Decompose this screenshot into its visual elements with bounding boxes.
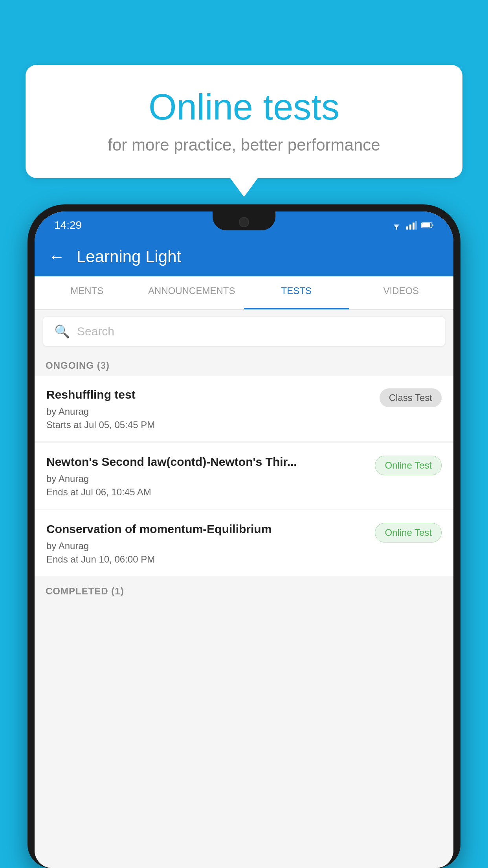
- svg-rect-4: [415, 221, 417, 230]
- tab-tests[interactable]: TESTS: [244, 276, 349, 309]
- test-author-reshuffling: by Anurag: [46, 406, 372, 417]
- app-bar: ← Learning Light: [35, 237, 453, 276]
- svg-rect-1: [406, 226, 408, 230]
- test-author-newtons: by Anurag: [46, 473, 367, 484]
- camera: [239, 217, 249, 227]
- svg-rect-2: [409, 224, 411, 230]
- tab-ments[interactable]: MENTS: [35, 276, 139, 309]
- back-button[interactable]: ←: [48, 247, 65, 266]
- content-area: 🔍 Search ONGOING (3) Reshuffling test by…: [35, 310, 453, 868]
- svg-rect-3: [413, 223, 415, 230]
- test-info-reshuffling: Reshuffling test by Anurag Starts at Jul…: [46, 387, 372, 430]
- search-input[interactable]: Search: [77, 325, 114, 338]
- test-date-newtons: Ends at Jul 06, 10:45 AM: [46, 487, 367, 498]
- signal-icon: [406, 221, 417, 230]
- test-date-reshuffling: Starts at Jul 05, 05:45 PM: [46, 419, 372, 430]
- test-item-conservation[interactable]: Conservation of momentum-Equilibrium by …: [35, 510, 453, 576]
- phone-frame: 14:29: [28, 204, 460, 868]
- battery-icon: [421, 222, 434, 229]
- test-name-conservation: Conservation of momentum-Equilibrium: [46, 521, 367, 537]
- tab-bar: MENTS ANNOUNCEMENTS TESTS VIDEOS: [35, 276, 453, 310]
- search-bar[interactable]: 🔍 Search: [43, 317, 445, 346]
- wifi-icon: [391, 221, 402, 230]
- bubble-subtitle: for more practice, better performance: [49, 136, 439, 154]
- phone-notch: [213, 211, 275, 230]
- test-item-newtons[interactable]: Newton's Second law(contd)-Newton's Thir…: [35, 443, 453, 509]
- bubble-title: Online tests: [49, 86, 439, 128]
- tab-announcements[interactable]: ANNOUNCEMENTS: [139, 276, 244, 309]
- section-completed-header: COMPLETED (1): [35, 579, 453, 601]
- test-info-conservation: Conservation of momentum-Equilibrium by …: [46, 521, 367, 565]
- badge-reshuffling: Class Test: [380, 388, 442, 407]
- phone-screen: 14:29: [35, 211, 453, 868]
- status-time: 14:29: [54, 219, 82, 232]
- test-name-newtons: Newton's Second law(contd)-Newton's Thir…: [46, 454, 367, 469]
- search-icon: 🔍: [54, 324, 70, 339]
- svg-rect-6: [422, 223, 430, 227]
- tab-videos[interactable]: VIDEOS: [349, 276, 454, 309]
- status-icons: [391, 221, 434, 230]
- test-author-conservation: by Anurag: [46, 541, 367, 552]
- test-date-conservation: Ends at Jun 10, 06:00 PM: [46, 554, 367, 565]
- test-info-newtons: Newton's Second law(contd)-Newton's Thir…: [46, 454, 367, 498]
- test-name-reshuffling: Reshuffling test: [46, 387, 372, 402]
- svg-point-0: [396, 228, 397, 230]
- badge-newtons: Online Test: [375, 456, 442, 475]
- speech-bubble: Online tests for more practice, better p…: [26, 65, 462, 178]
- app-title: Learning Light: [77, 247, 181, 266]
- test-item-reshuffling[interactable]: Reshuffling test by Anurag Starts at Jul…: [35, 376, 453, 442]
- section-ongoing-header: ONGOING (3): [35, 353, 453, 376]
- badge-conservation: Online Test: [375, 523, 442, 542]
